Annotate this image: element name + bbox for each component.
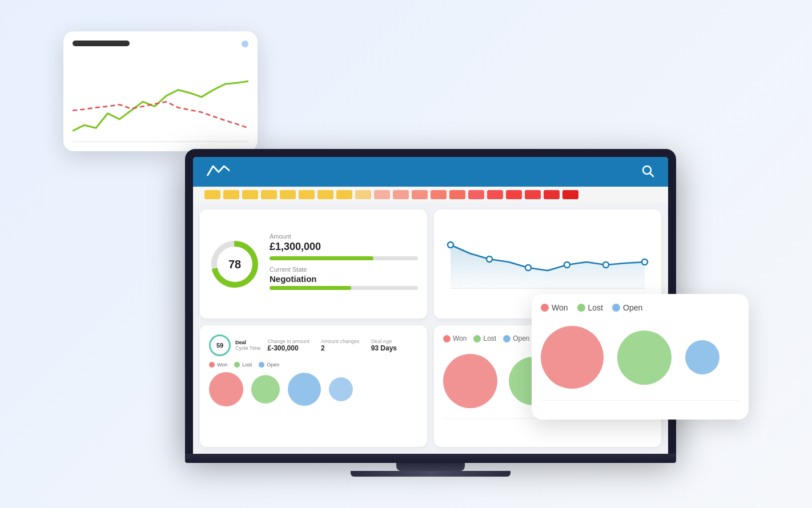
floating-won-dot bbox=[541, 304, 549, 312]
floating-bubble-open bbox=[685, 340, 719, 374]
lost-label-large: Lost bbox=[483, 334, 496, 342]
strip-block bbox=[525, 190, 541, 199]
bubble-large-won bbox=[443, 354, 497, 408]
state-progress-fill bbox=[270, 286, 351, 290]
stats-row: 59 Deal Cycle Time Change in amount £-30… bbox=[209, 334, 418, 356]
svg-point-7 bbox=[448, 242, 453, 248]
amount-changes-item: Amount changes 2 bbox=[321, 338, 360, 352]
float-bar bbox=[73, 41, 130, 46]
change-value: £-300,000 bbox=[268, 344, 310, 352]
open-legend: Open bbox=[259, 362, 279, 368]
won-dot-large bbox=[443, 335, 451, 342]
bubble-won bbox=[209, 372, 243, 406]
floating-bubble-won bbox=[541, 326, 604, 389]
strip-block bbox=[431, 190, 447, 199]
donut-score: 78 bbox=[228, 257, 241, 271]
open-label-large: Open bbox=[513, 334, 529, 342]
svg-line-2 bbox=[650, 173, 654, 176]
won-label-large: Won bbox=[453, 334, 467, 342]
cycle-value: 59 bbox=[216, 342, 223, 349]
strip-block bbox=[223, 190, 239, 199]
strip-block bbox=[280, 190, 296, 199]
floating-lost-label: Lost bbox=[588, 303, 603, 312]
strip-block bbox=[242, 190, 258, 199]
floating-open-legend: Open bbox=[612, 303, 642, 312]
state-value: Negotiation bbox=[270, 274, 418, 284]
donut-chart: 78 bbox=[209, 239, 260, 290]
laptop-base bbox=[185, 454, 676, 463]
amount-progress-bar bbox=[270, 256, 418, 260]
strip-block bbox=[562, 190, 578, 199]
won-legend-large: Won bbox=[443, 334, 467, 342]
lost-dot bbox=[234, 362, 240, 368]
laptop-stand bbox=[396, 463, 465, 471]
strip-block bbox=[449, 190, 465, 199]
deal-age-label: Deal Age bbox=[371, 338, 397, 344]
lost-legend-large: Lost bbox=[473, 334, 496, 342]
floating-won-label: Won bbox=[552, 303, 568, 312]
amount-progress-fill bbox=[270, 256, 373, 260]
logo bbox=[207, 163, 230, 181]
strip-block bbox=[506, 190, 522, 199]
strip-block bbox=[336, 190, 352, 199]
strip-block bbox=[393, 190, 409, 199]
cycle-sub: Cycle Time bbox=[235, 345, 261, 351]
strip-block bbox=[204, 190, 220, 199]
strip-block bbox=[299, 190, 315, 199]
amount-value: £1,300,000 bbox=[270, 241, 418, 253]
change-label: Change in amount bbox=[268, 338, 310, 344]
floating-bubble-lost bbox=[617, 330, 672, 385]
open-dot-large bbox=[503, 335, 510, 342]
laptop-header bbox=[193, 157, 668, 187]
bubble-open-2 bbox=[329, 377, 353, 401]
state-progress-bar bbox=[270, 286, 418, 290]
floating-open-label: Open bbox=[623, 303, 642, 312]
amount-changes-label: Amount changes bbox=[321, 338, 360, 344]
strip-block bbox=[468, 190, 484, 199]
floating-bubbles-card: Won Lost Open bbox=[532, 294, 749, 420]
amount-changes-value: 2 bbox=[321, 344, 360, 352]
floating-line-chart-card bbox=[63, 31, 258, 151]
bubble-lost bbox=[251, 375, 280, 404]
line-chart-svg bbox=[441, 216, 654, 291]
deal-score-card: 78 Amount £1,300,000 Current State Negot… bbox=[200, 209, 427, 318]
strip-block bbox=[412, 190, 428, 199]
progress-strip bbox=[193, 187, 668, 203]
deal-age-value: 93 Days bbox=[371, 344, 397, 352]
lost-label: Lost bbox=[242, 362, 252, 368]
strip-block bbox=[544, 190, 560, 199]
strip-block bbox=[261, 190, 277, 199]
floating-divider bbox=[541, 400, 739, 401]
svg-point-11 bbox=[603, 262, 609, 268]
won-label: Won bbox=[217, 362, 227, 368]
floating-lost-legend: Lost bbox=[577, 303, 603, 312]
scene: 78 Amount £1,300,000 Current State Negot… bbox=[63, 20, 749, 488]
won-dot bbox=[209, 362, 215, 368]
legend-row-small: Won Lost Open bbox=[209, 362, 418, 368]
search-icon[interactable] bbox=[641, 164, 654, 180]
stats-items: Change in amount £-300,000 Amount change… bbox=[268, 338, 397, 352]
cycle-time-circle: 59 bbox=[209, 334, 231, 356]
deal-stats: Amount £1,300,000 Current State Negotiat… bbox=[270, 233, 418, 296]
floating-bubbles bbox=[541, 321, 739, 393]
laptop-foot bbox=[351, 471, 510, 477]
amount-label: Amount bbox=[270, 233, 418, 240]
change-amount-item: Change in amount £-300,000 bbox=[268, 338, 310, 352]
float-dot bbox=[242, 41, 248, 47]
svg-point-10 bbox=[564, 262, 570, 268]
svg-point-12 bbox=[642, 259, 648, 265]
floating-lost-dot bbox=[577, 304, 585, 312]
state-label: Current State bbox=[270, 266, 418, 273]
strip-block bbox=[355, 190, 371, 199]
svg-point-9 bbox=[525, 265, 531, 271]
svg-marker-6 bbox=[451, 245, 645, 289]
strip-block bbox=[487, 190, 503, 199]
won-legend: Won bbox=[209, 362, 227, 368]
floating-won-legend: Won bbox=[541, 303, 568, 312]
bubble-open-1 bbox=[288, 373, 321, 406]
open-dot bbox=[259, 362, 264, 368]
open-legend-large: Open bbox=[503, 334, 529, 342]
cycle-label: Deal bbox=[235, 340, 261, 345]
deal-age-item: Deal Age 93 Days bbox=[371, 338, 397, 352]
svg-point-8 bbox=[487, 256, 492, 262]
